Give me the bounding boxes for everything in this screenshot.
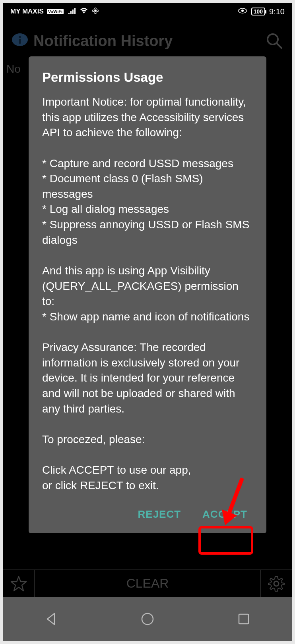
svg-point-13 bbox=[142, 613, 153, 625]
permissions-dialog: Permissions Usage Important Notice: for … bbox=[29, 56, 266, 533]
svg-rect-14 bbox=[239, 614, 248, 624]
nav-back-button[interactable] bbox=[42, 609, 61, 629]
svg-rect-2 bbox=[72, 10, 74, 14]
svg-rect-0 bbox=[68, 13, 70, 14]
status-right: 100 9:10 bbox=[238, 7, 285, 16]
clock: 9:10 bbox=[269, 7, 285, 16]
eye-icon bbox=[238, 8, 247, 16]
svg-rect-1 bbox=[70, 11, 72, 14]
carrier-label: MY MAXIS bbox=[10, 8, 44, 15]
signal-icon bbox=[68, 7, 76, 16]
nav-home-button[interactable] bbox=[138, 609, 157, 629]
vowifi-badge: VoWiFi bbox=[47, 9, 64, 14]
dialog-title: Permissions Usage bbox=[42, 70, 253, 85]
battery-indicator: 100 bbox=[251, 8, 265, 15]
dialog-body: Important Notice: for optimal functional… bbox=[42, 94, 253, 493]
wifi-icon bbox=[80, 7, 88, 16]
nav-recent-button[interactable] bbox=[234, 609, 253, 629]
fan-icon bbox=[91, 7, 99, 17]
accept-button[interactable]: ACCEPT bbox=[199, 504, 250, 524]
status-bar: MY MAXIS VoWiFi 100 9:10 bbox=[3, 3, 292, 20]
status-left: MY MAXIS VoWiFi bbox=[10, 7, 99, 17]
dialog-actions: REJECT ACCEPT bbox=[42, 504, 253, 524]
svg-point-4 bbox=[241, 10, 244, 12]
system-nav-bar bbox=[3, 597, 292, 641]
status-icons-left bbox=[68, 7, 99, 17]
svg-rect-3 bbox=[74, 8, 76, 14]
reject-button[interactable]: REJECT bbox=[135, 504, 184, 524]
